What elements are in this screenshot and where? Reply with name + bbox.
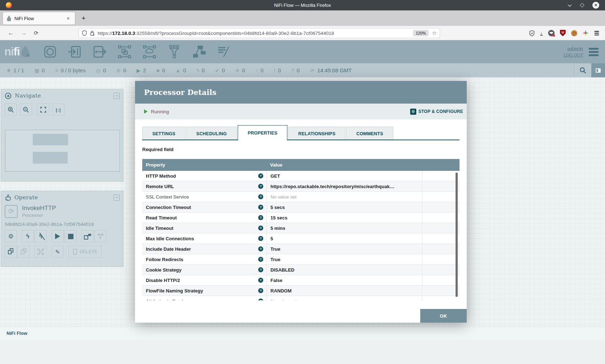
help-icon[interactable]: ?	[258, 236, 263, 241]
operate-collapse-button[interactable]: –	[113, 195, 120, 201]
help-icon[interactable]: ?	[258, 194, 263, 199]
help-icon[interactable]: ?	[258, 278, 263, 283]
delete-label: DELETE	[80, 249, 97, 254]
help-icon[interactable]: ?	[258, 257, 263, 262]
paste-button[interactable]	[18, 246, 30, 258]
selected-processor-icon: ⟳	[5, 205, 18, 218]
disable-button[interactable]: ϟ	[35, 230, 47, 242]
navigate-collapse-button[interactable]: –	[113, 93, 120, 99]
fill-color-button[interactable]: ✎	[51, 246, 64, 258]
multi-account-icon[interactable]	[548, 30, 555, 36]
tab-properties[interactable]: PROPERTIES	[238, 125, 288, 140]
help-icon[interactable]: ?	[258, 246, 263, 251]
help-icon[interactable]: ?	[258, 267, 263, 272]
window-minimize-icon[interactable]	[568, 4, 572, 7]
help-icon[interactable]: ?	[258, 288, 263, 293]
help-icon[interactable]: ?	[258, 205, 263, 210]
enable-button[interactable]: ϟ	[22, 230, 34, 242]
panel-toggle-button[interactable]	[591, 63, 605, 77]
table-row[interactable]: Follow Redirects?True	[142, 254, 460, 265]
window-maximize-icon[interactable]	[580, 3, 584, 8]
table-row[interactable]: Remote URL?https://repo.stackable.tech/r…	[142, 181, 460, 192]
zoom-fit-button[interactable]	[37, 104, 49, 116]
tab-comments[interactable]: COMMENTS	[346, 127, 393, 140]
output-port-tool-icon[interactable]	[93, 45, 107, 59]
nifi-logo: nifi	[4, 45, 31, 58]
new-tab-button[interactable]: +	[79, 13, 89, 23]
zoom-in-button[interactable]	[5, 104, 17, 116]
not-transmitting-icon: ⊘	[116, 68, 121, 73]
table-row[interactable]: Idle Timeout?5 mins	[142, 223, 460, 233]
zoom-out-button[interactable]	[20, 104, 32, 116]
funnel-tool-icon[interactable]	[167, 45, 182, 59]
stop-button[interactable]	[64, 230, 77, 242]
table-row[interactable]: Connection Timeout?5 secs	[142, 202, 460, 213]
shield-icon[interactable]	[82, 30, 87, 36]
help-icon[interactable]: ?	[258, 299, 263, 300]
table-row[interactable]: HTTP Method?GET	[142, 171, 460, 181]
tab-settings[interactable]: SETTINGS	[142, 127, 185, 140]
upload-template-button[interactable]	[94, 230, 107, 242]
table-row[interactable]: FlowFile Naming Strategy?RANDOM	[142, 286, 460, 296]
url-text[interactable]: https://172.18.0.3:32558/nifi/?processGr…	[98, 31, 413, 36]
table-row[interactable]: Read Timeout?15 secs	[142, 213, 460, 223]
bookmark-star-icon[interactable]: ☆	[432, 30, 437, 36]
process-group-tool-icon[interactable]	[117, 45, 132, 59]
copy-button[interactable]	[5, 246, 17, 258]
brush-icon: ✎	[55, 249, 60, 255]
label-tool-icon[interactable]	[217, 45, 231, 59]
table-row[interactable]: Disable HTTP/2?False	[142, 275, 460, 286]
reload-button[interactable]: ⟳	[34, 30, 39, 36]
table-scrollbar[interactable]	[456, 173, 458, 297]
flow-minimap[interactable]	[5, 130, 120, 172]
tab-close-icon[interactable]: ✕	[65, 15, 71, 22]
extension-colorburst-icon[interactable]	[583, 30, 589, 36]
breadcrumb[interactable]: NiFi Flow	[6, 331, 27, 336]
help-icon[interactable]: ?	[258, 184, 263, 189]
help-icon[interactable]: ?	[258, 226, 263, 231]
properties-table-header: Property Value	[142, 159, 460, 171]
delete-button[interactable]: DELETE	[68, 246, 102, 258]
remote-process-group-tool-icon[interactable]	[142, 45, 157, 59]
logout-link[interactable]: LOG OUT	[564, 53, 583, 58]
table-row[interactable]: Max Idle Connections?5	[142, 233, 460, 244]
table-row[interactable]: SSL Context Service?No value set	[142, 192, 460, 202]
forward-button[interactable]: →	[21, 30, 27, 36]
template-tool-icon[interactable]	[192, 45, 206, 59]
tab-scheduling[interactable]: SCHEDULING	[186, 127, 237, 140]
minimap-component	[33, 134, 68, 145]
help-icon[interactable]: ?	[258, 215, 263, 220]
pocket-icon[interactable]	[529, 30, 535, 36]
cookie-extension-icon[interactable]	[571, 30, 577, 36]
global-menu-icon[interactable]	[589, 46, 599, 58]
stop-and-configure-button[interactable]: ⚙ STOP & CONFIGURE	[410, 109, 463, 115]
current-user: admin	[564, 46, 583, 52]
browser-menu-icon[interactable]: ☰	[594, 30, 599, 37]
breadcrumb-bar: NiFi Flow	[0, 327, 605, 340]
refresh-icon[interactable]: ⟳	[310, 68, 314, 73]
table-row[interactable]: Cookie Strategy?DISABLED	[142, 265, 460, 275]
ublock-icon[interactable]: U	[560, 30, 566, 36]
url-scheme: https://	[98, 31, 112, 36]
processor-tool-icon[interactable]	[43, 45, 57, 59]
search-button[interactable]	[574, 67, 591, 74]
input-port-tool-icon[interactable]	[68, 45, 82, 59]
window-close-icon[interactable]: ✕	[592, 2, 599, 9]
zoom-actual-button[interactable]: |:|	[52, 104, 64, 116]
back-button[interactable]: ←	[8, 30, 14, 36]
lock-warning-icon[interactable]	[90, 31, 95, 36]
page-zoom-badge[interactable]: 120%	[413, 30, 428, 36]
start-button[interactable]	[51, 230, 64, 242]
group-button[interactable]	[35, 246, 47, 258]
tab-relationships[interactable]: RELATIONSHIPS	[288, 127, 345, 140]
browser-tab[interactable]: NiFi Flow ✕	[3, 12, 75, 24]
help-icon[interactable]: ?	[258, 173, 263, 178]
copy-icon	[9, 249, 13, 254]
ok-button[interactable]: OK	[420, 309, 467, 323]
configure-button[interactable]: ⚙	[5, 230, 17, 242]
table-row[interactable]: Include Date Header?True	[142, 244, 460, 254]
downloads-icon[interactable]: ↓	[540, 31, 543, 36]
create-template-button[interactable]	[81, 230, 94, 242]
table-row-clipped[interactable]: Attributes to Send?No value set	[142, 296, 460, 300]
url-bar[interactable]: https://172.18.0.3:32558/nifi/?processGr…	[79, 28, 440, 38]
